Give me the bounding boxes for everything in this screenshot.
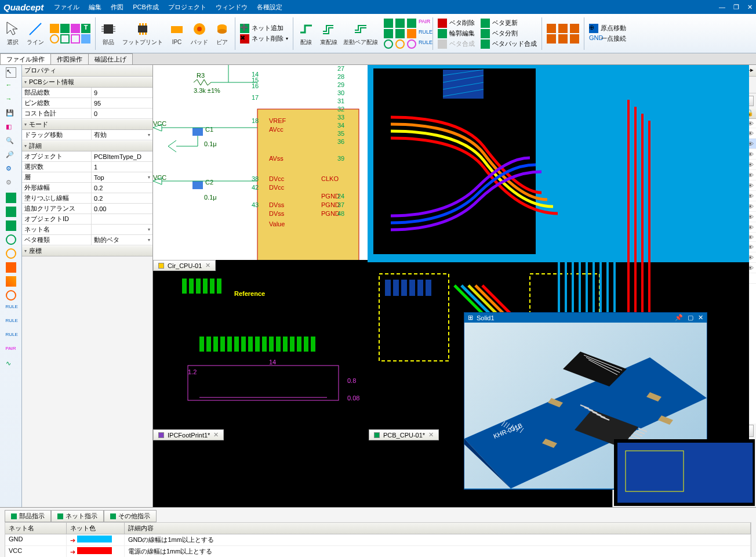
route-s5-icon[interactable] xyxy=(395,29,405,38)
beta-comb-button[interactable]: ベタ合成 xyxy=(438,39,475,49)
close-tab-icon[interactable]: ✕ xyxy=(205,262,210,269)
diffpair-icon[interactable] xyxy=(352,21,369,37)
doc-tab-pcb[interactable]: PCB_CPU-01*✕ xyxy=(369,429,439,440)
line-icon[interactable] xyxy=(27,21,43,37)
sect-mode[interactable]: モード xyxy=(22,119,152,130)
route-s3-icon[interactable] xyxy=(407,19,416,28)
origin-move-button[interactable]: ⊕原点移動 xyxy=(589,24,626,33)
circle-icon[interactable] xyxy=(50,24,59,33)
zoom-out-icon[interactable]: 🔍 xyxy=(6,137,16,147)
route-s2-icon[interactable] xyxy=(395,19,405,28)
save-icon[interactable]: 💾 xyxy=(6,109,16,120)
beta-upd-button[interactable]: ベタ更新 xyxy=(481,19,537,28)
chip-icon[interactable] xyxy=(100,21,117,37)
clearance-input[interactable]: 0.00 xyxy=(92,204,152,214)
via-icon[interactable] xyxy=(214,21,230,37)
gear2-icon[interactable]: ⚙ xyxy=(6,179,16,189)
beta-split-button[interactable]: ベタ分割 xyxy=(481,29,537,38)
route-s6-icon[interactable] xyxy=(407,29,416,38)
menu-settings[interactable]: 各種設定 xyxy=(257,3,282,12)
route-s8-icon[interactable] xyxy=(395,39,405,49)
circle2-icon[interactable] xyxy=(50,34,59,44)
image-icon[interactable] xyxy=(81,34,90,44)
fill-width-input[interactable]: 0.2 xyxy=(92,193,152,203)
cursor-icon[interactable] xyxy=(5,21,21,37)
beta-del-button[interactable]: ベタ削除 xyxy=(438,19,475,28)
menu-project[interactable]: プロジェクト xyxy=(168,3,206,12)
net-name-select[interactable]: ▾ xyxy=(92,225,152,234)
rule-c-icon[interactable]: RULE xyxy=(6,332,16,342)
close-icon[interactable]: ✕ xyxy=(698,314,703,321)
magenta-tool-icon[interactable]: ◧ xyxy=(6,123,16,133)
net-row[interactable]: GND➔ GNDの線幅は1mm以上とする xyxy=(5,534,751,546)
pair-left-icon[interactable]: PAIR xyxy=(6,346,16,356)
tab-verify[interactable]: 確認仕上げ xyxy=(88,53,133,64)
wave-icon[interactable]: ∿ xyxy=(6,360,16,370)
tab-draw-op[interactable]: 作図操作 xyxy=(50,53,89,64)
back-icon[interactable]: ← xyxy=(6,81,16,92)
close-tab-icon[interactable]: ✕ xyxy=(428,431,434,439)
doc-tab-cir[interactable]: Cir_CPU-01✕ xyxy=(153,260,216,271)
dim4-icon[interactable] xyxy=(547,34,556,44)
menu-draw[interactable]: 作図 xyxy=(111,3,123,12)
ipc-icon[interactable] xyxy=(169,21,185,38)
text-icon[interactable]: T xyxy=(81,24,90,33)
menu-window[interactable]: ウィンドウ xyxy=(216,3,248,12)
poly-icon[interactable] xyxy=(60,34,70,44)
close-tab-icon[interactable]: ✕ xyxy=(213,431,219,439)
route-s7-icon[interactable] xyxy=(384,39,393,49)
route-icon[interactable] xyxy=(298,21,314,37)
rule-b-icon[interactable]: RULE xyxy=(6,318,16,328)
doc-tab-ipc[interactable]: IPCFootPrint1*✕ xyxy=(153,429,224,440)
dim1-icon[interactable] xyxy=(547,24,556,33)
minimize-icon[interactable]: — xyxy=(719,3,725,11)
orange-grad-icon[interactable] xyxy=(6,276,16,287)
tab-file-op[interactable]: ファイル操作 xyxy=(0,53,51,64)
route-s1-icon[interactable] xyxy=(384,19,393,28)
route-s4-icon[interactable] xyxy=(384,29,393,38)
bp-tab-parts[interactable]: 部品指示 xyxy=(5,510,51,522)
net-row[interactable]: VCC➔ 電源の線幅は1mm以上とする xyxy=(5,546,751,557)
green3-icon[interactable] xyxy=(6,220,16,231)
rect-icon[interactable] xyxy=(71,24,80,33)
orange-circ2-icon[interactable] xyxy=(6,290,16,301)
menu-file[interactable]: ファイル xyxy=(54,3,79,12)
beta-type-select[interactable]: 動的ベタ▾ xyxy=(92,235,152,245)
canvas-area[interactable]: VREF AVcc AVss DVcc DVcc DVss DVss CLKO … xyxy=(153,65,612,507)
outline-width-input[interactable]: 0.2 xyxy=(92,183,152,193)
menu-edit[interactable]: 編集 xyxy=(89,3,101,12)
menu-pcb[interactable]: PCB作成 xyxy=(133,3,159,12)
sect-pcb-info[interactable]: PCBシート情報 xyxy=(22,77,152,88)
maximize-icon[interactable]: ❐ xyxy=(733,3,739,11)
bundle-route-icon[interactable] xyxy=(321,21,337,37)
route-s9-icon[interactable] xyxy=(407,39,416,49)
footprint-icon[interactable] xyxy=(135,21,151,37)
sect-coord[interactable]: 座標 xyxy=(22,245,152,256)
rule1-icon[interactable]: RULE xyxy=(419,29,428,38)
rule2-icon[interactable]: RULE xyxy=(419,39,428,49)
gear-icon[interactable]: ⚙ xyxy=(6,165,16,175)
bp-tab-net[interactable]: ネット指示 xyxy=(51,510,104,522)
onepoint-button[interactable]: GND一点接続 xyxy=(589,34,626,44)
drag-move-select[interactable]: 有効▾ xyxy=(92,130,152,140)
ring-edit-button[interactable]: 輪郭編集 xyxy=(438,29,475,38)
pair-icon[interactable]: PAIR xyxy=(419,19,428,28)
net-del-button[interactable]: ✖ネット削除▾ xyxy=(240,34,288,44)
bp-tab-other[interactable]: その他指示 xyxy=(104,510,157,522)
sect-detail[interactable]: 詳細 xyxy=(22,140,152,151)
cursor-tool-icon[interactable]: ↖ xyxy=(6,67,16,78)
dim3-icon[interactable] xyxy=(570,24,579,33)
pad-icon[interactable] xyxy=(191,21,208,37)
zoom-in-icon[interactable]: 🔎 xyxy=(6,151,16,161)
dim5-icon[interactable] xyxy=(558,34,568,44)
rule-a-icon[interactable]: RULE xyxy=(6,304,16,314)
orange-circle-icon[interactable] xyxy=(6,248,16,259)
rect2-icon[interactable] xyxy=(71,34,80,44)
dim6-icon[interactable] xyxy=(570,34,579,44)
green1-icon[interactable] xyxy=(6,193,16,203)
dim2-icon[interactable] xyxy=(558,24,568,33)
green2-icon[interactable] xyxy=(6,207,16,217)
forward-icon[interactable]: → xyxy=(6,95,16,106)
green-circle-icon[interactable] xyxy=(6,234,16,245)
pin-icon[interactable]: 📌 xyxy=(675,314,683,321)
